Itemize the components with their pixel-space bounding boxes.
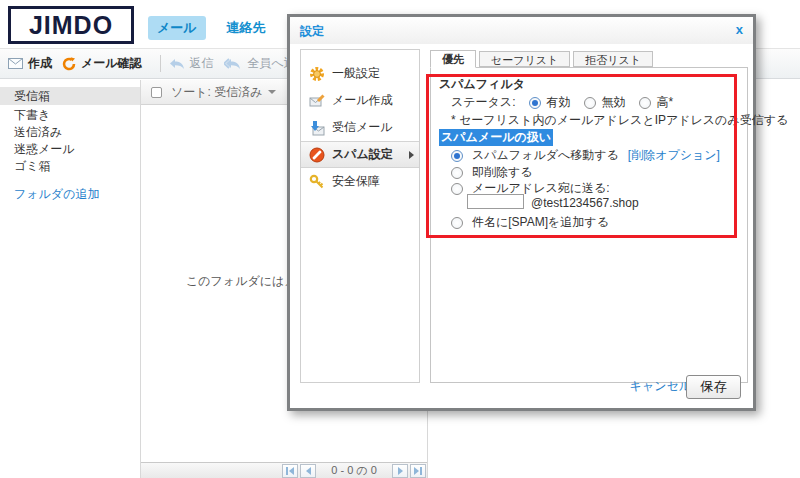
dialog-title: 設定 [300,23,324,40]
menu-item-spam[interactable]: スパム設定 [301,141,419,168]
compose-button[interactable]: 作成 [8,55,52,72]
select-all-checkbox[interactable] [151,87,162,98]
webmail-app: JIMDO メール 連絡先 カレンダー 作成 メール確認 返信 [0,0,800,478]
incoming-mail-icon [309,120,325,136]
last-page-icon [420,467,422,475]
option-label: 即削除する [472,164,533,181]
toolbar-separator [160,55,161,72]
nav-tab-mail[interactable]: メール [148,16,206,40]
status-option-label: 高* [656,94,673,111]
menu-label: メール作成 [332,92,393,109]
menu-item-security[interactable]: 安全保障 [301,168,419,195]
option-move-to-spam[interactable]: スパムフォルダへ移動する [削除オプション] [451,147,720,164]
prev-page-button[interactable] [300,464,316,478]
status-option-enabled[interactable]: 有効 [529,94,570,111]
check-mail-label: メール確認 [81,55,142,72]
status-option-high[interactable]: 高* [639,94,673,111]
radio-move-to-spam[interactable] [451,150,463,162]
next-icon [398,467,403,475]
sidebar-item-sent[interactable]: 送信済み [0,123,140,141]
compose-label: 作成 [28,55,52,72]
sidebar-item-inbox[interactable]: 受信箱 [0,87,140,105]
radio-tag-subject[interactable] [451,217,463,229]
chevron-right-icon [409,151,414,159]
reply-button[interactable]: 返信 [169,55,214,72]
cancel-button[interactable]: キャンセル [630,378,691,395]
sidebar-item-junk[interactable]: 迷惑メール [0,140,140,158]
spam-filter-heading: スパムフィルタ [439,76,525,93]
envelope-icon [8,58,23,69]
option-label: スパムフォルダへ移動する [472,147,619,164]
menu-label: 受信メール [332,119,393,136]
status-option-label: 有効 [546,94,570,111]
tab-block-list[interactable]: 拒否リスト [573,51,653,67]
option-label: 件名に[SPAM]を追加する [472,214,609,231]
radio-enabled[interactable] [529,97,541,109]
reply-label: 返信 [190,55,214,72]
menu-item-compose[interactable]: メール作成 [301,87,419,114]
gear-icon [309,66,325,82]
menu-label: 一般設定 [332,65,380,82]
radio-send[interactable] [451,183,463,195]
first-page-button[interactable] [282,464,298,478]
tab-safe-list[interactable]: セーフリスト [479,51,570,67]
option-delete-immediately[interactable]: 即削除する [451,164,533,181]
spam-address-domain: @test1234567.shop [531,196,639,210]
status-label: ステータス: [451,94,515,111]
close-icon[interactable]: x [736,22,743,37]
status-option-label: 無効 [601,94,625,111]
option-tag-subject[interactable]: 件名に[SPAM]を追加する [451,214,609,231]
settings-menu-panel: 一般設定 メール作成 受信メール [300,49,420,383]
check-mail-button[interactable]: メール確認 [62,55,142,72]
sort-dropdown[interactable]: ソート: 受信済み [171,84,276,101]
sidebar-item-drafts[interactable]: 下書き [0,106,140,124]
settings-tabs: 優先 セーフリスト 拒否リスト [430,50,656,67]
status-option-disabled[interactable]: 無効 [584,94,625,111]
menu-item-incoming[interactable]: 受信メール [301,114,419,141]
dialog-header: 設定 x [290,17,753,44]
settings-dialog: 設定 x 一般設定 メール作成 [287,14,756,411]
spam-address-input[interactable] [467,194,524,209]
compose-mail-icon [309,93,325,109]
menu-item-general[interactable]: 一般設定 [301,60,419,87]
radio-disabled[interactable] [584,97,596,109]
menu-label: 安全保障 [332,173,380,190]
delete-options-link[interactable]: [削除オプション] [628,147,720,164]
last-page-button[interactable] [410,464,426,478]
save-button[interactable]: 保存 [686,375,741,399]
spam-status-row: ステータス: 有効 無効 高* [451,94,673,111]
tab-priority[interactable]: 優先 [430,50,476,68]
prev-icon [306,467,311,475]
jimdo-logo: JIMDO [8,6,134,44]
sort-label: ソート: 受信済み [171,84,263,101]
add-folder-link[interactable]: フォルダの追加 [14,186,99,203]
spam-block-icon [309,147,325,163]
key-icon [309,174,325,190]
pagination-bar: 0 - 0 の 0 [141,462,427,478]
safelist-note: * セーフリスト内のメールアドレスとIPアドレスのみ受信する [451,112,788,129]
pagination-count: 0 - 0 の 0 [318,463,390,478]
radio-delete[interactable] [451,167,463,179]
reply-icon [169,58,185,70]
next-page-button[interactable] [392,464,408,478]
radio-high[interactable] [639,97,651,109]
prev-icon [289,467,294,475]
menu-label: スパム設定 [332,146,393,163]
spam-handling-heading: スパムメールの扱い [439,129,553,146]
next-icon [414,467,419,475]
chevron-down-icon [268,90,276,98]
sidebar-item-trash[interactable]: ゴミ箱 [0,157,140,175]
reply-all-icon [224,58,243,70]
nav-tab-contacts[interactable]: 連絡先 [218,16,275,40]
first-page-icon [286,467,288,475]
refresh-icon [62,57,76,71]
spam-settings-panel: スパムフィルタ ステータス: 有効 無効 高* * セーフリスト内のメールアドレ… [430,67,748,383]
